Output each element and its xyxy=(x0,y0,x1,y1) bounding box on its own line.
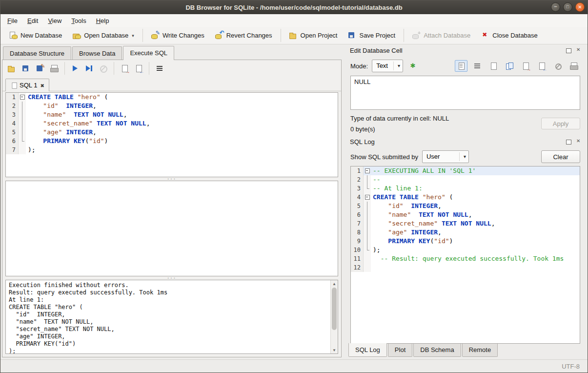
toggle-results-view-button[interactable] xyxy=(153,62,166,74)
line-number: 6 xyxy=(351,210,364,219)
copy-cell-button[interactable] xyxy=(503,60,516,72)
sql-tab-sql-1[interactable]: SQL 1 xyxy=(5,79,49,91)
close-dock-button[interactable] xyxy=(575,47,583,54)
text-mode-icon xyxy=(457,62,466,70)
set-null-button[interactable] xyxy=(551,60,564,72)
code-line-3: 3 "name" TEXT NOT NULL, xyxy=(6,110,338,119)
fold-marker-icon[interactable] xyxy=(364,166,371,175)
cell-editor[interactable]: NULL xyxy=(350,76,580,110)
open-database-button[interactable]: Open Database xyxy=(68,29,139,42)
edit-cell-header: Edit Database Cell xyxy=(345,44,585,56)
line-number: 10 xyxy=(351,246,364,254)
main-content: Database StructureBrowse DataExecute SQL… xyxy=(0,44,588,359)
fold-guide xyxy=(364,175,371,184)
edit-cell-title: Edit Database Cell xyxy=(350,47,403,54)
execute-sql-panel: SQL 1 1CREATE TABLE "hero" (2 "id" INTEG… xyxy=(2,60,342,357)
code-line-3: 3-- At line 1: xyxy=(351,184,580,193)
scroll-thumb[interactable] xyxy=(332,288,337,330)
new-database-button[interactable]: New Database xyxy=(4,29,67,42)
open-project-button[interactable]: Open Project xyxy=(284,29,343,42)
tab-database-structure[interactable]: Database Structure xyxy=(3,46,71,60)
tab-sql-log[interactable]: SQL Log xyxy=(348,343,387,357)
fold-marker-icon[interactable] xyxy=(364,193,371,202)
close-icon[interactable] xyxy=(575,2,585,12)
menu-tools[interactable]: Tools xyxy=(66,15,91,26)
tab-plot[interactable]: Plot xyxy=(388,344,412,357)
save-sql-file-button[interactable] xyxy=(20,62,32,74)
code-line-5: 5 "age" INTEGER, xyxy=(6,128,338,137)
auto-switch-mode-button[interactable] xyxy=(407,60,420,72)
tab-close-icon[interactable] xyxy=(40,82,44,89)
line-number: 9 xyxy=(351,237,364,246)
save-results-button[interactable] xyxy=(132,62,145,74)
export-to-file-button[interactable] xyxy=(519,60,532,72)
splitter-handle[interactable] xyxy=(2,276,341,280)
clear-button[interactable]: Clear xyxy=(541,150,580,163)
fold-marker-icon[interactable] xyxy=(19,93,26,102)
open-sql-file-icon xyxy=(8,65,16,72)
code-line-4: 4 "secret_name" TEXT NOT NULL, xyxy=(6,119,338,128)
tab-db-schema[interactable]: DB Schema xyxy=(413,344,461,357)
fold-guide xyxy=(19,137,26,145)
scrollbar[interactable] xyxy=(330,280,338,353)
title-bar[interactable]: DB Browser for SQLite - /home/user/code/… xyxy=(0,0,588,14)
float-dock-button[interactable] xyxy=(565,47,573,54)
results-grid[interactable] xyxy=(5,181,338,276)
open-sql-file-button[interactable] xyxy=(5,62,18,74)
open-database-label: Open Database xyxy=(84,32,128,39)
menu-bar: FileEditViewToolsHelp xyxy=(0,14,588,27)
fold-guide xyxy=(364,237,371,246)
scroll-up-icon[interactable] xyxy=(331,280,338,287)
print-sql-button[interactable] xyxy=(48,62,61,74)
write-changes-button[interactable]: Write Changes xyxy=(146,29,209,42)
float-dock-button[interactable] xyxy=(565,138,573,145)
save-project-button[interactable]: Save Project xyxy=(343,29,400,42)
scroll-down-icon[interactable] xyxy=(331,347,338,353)
fold-guide xyxy=(364,210,371,219)
sql-log-view[interactable]: 1-- EXECUTING ALL IN 'SQL 1'2--3-- At li… xyxy=(350,166,580,344)
import-from-file-button[interactable] xyxy=(535,60,548,72)
open-database-icon xyxy=(73,32,81,39)
menu-help[interactable]: Help xyxy=(91,15,114,26)
sql-editor-toolbar xyxy=(2,60,341,77)
mode-extra-buttons xyxy=(407,60,420,72)
menu-view[interactable]: View xyxy=(43,15,66,26)
execute-all-button[interactable] xyxy=(69,62,81,74)
sql-file-icon xyxy=(11,83,16,88)
splitter-handle[interactable] xyxy=(2,177,341,181)
menu-edit[interactable]: Edit xyxy=(22,15,43,26)
line-number: 7 xyxy=(6,145,19,154)
close-dock-button[interactable] xyxy=(575,138,583,145)
execution-output[interactable]: Execution finished without errors. Resul… xyxy=(5,280,338,354)
close-dock-icon xyxy=(575,138,583,145)
code-line-1: 1-- EXECUTING ALL IN 'SQL 1' xyxy=(351,166,580,175)
open-project-icon xyxy=(289,32,298,39)
log-filter-select[interactable]: User xyxy=(422,150,469,163)
revert-changes-button[interactable]: Revert Changes xyxy=(210,29,277,42)
execution-output-text: Execution finished without errors. Resul… xyxy=(6,280,338,354)
tab-remote[interactable]: Remote xyxy=(462,344,498,357)
dropdown-caret-icon[interactable] xyxy=(132,33,134,38)
text-mode-button[interactable] xyxy=(455,60,467,72)
export-results-button[interactable] xyxy=(118,62,131,74)
line-number: 7 xyxy=(351,219,364,228)
menu-file[interactable]: File xyxy=(2,15,22,26)
status-bar: UTF-8 xyxy=(0,359,588,373)
stop-execution-button xyxy=(97,62,110,74)
fold-guide xyxy=(19,102,26,110)
close-database-button[interactable]: Close Database xyxy=(476,29,543,42)
mode-select[interactable]: Text xyxy=(372,60,403,72)
fold-guide xyxy=(364,254,371,263)
minimize-icon[interactable] xyxy=(551,2,560,12)
save-sql-file-as-button[interactable] xyxy=(34,62,46,74)
word-wrap-button[interactable] xyxy=(471,60,484,72)
tab-execute-sql[interactable]: Execute SQL xyxy=(123,46,174,60)
print-cell-button[interactable] xyxy=(568,60,580,72)
sql-editor[interactable]: 1CREATE TABLE "hero" (2 "id" INTEGER,3 "… xyxy=(5,92,338,177)
tab-browse-data[interactable]: Browse Data xyxy=(72,46,122,60)
save-sql-file-icon xyxy=(22,65,30,72)
maximize-icon[interactable] xyxy=(563,2,572,12)
new-document-button[interactable] xyxy=(487,60,500,72)
print-cell-icon xyxy=(570,62,578,70)
execute-current-line-button[interactable] xyxy=(83,62,96,74)
